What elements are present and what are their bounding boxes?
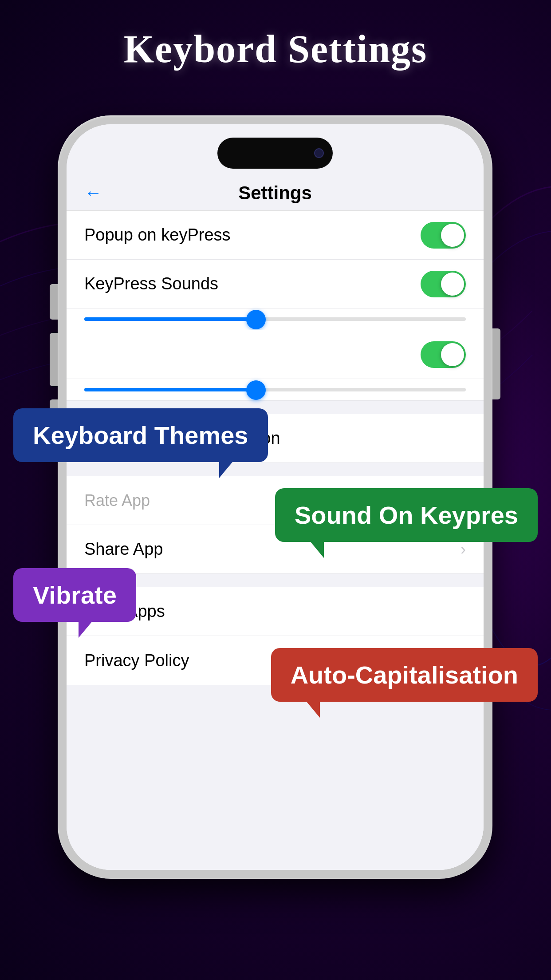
keypress-sounds-toggle[interactable] <box>421 271 466 297</box>
slider-row-1[interactable] <box>67 308 484 330</box>
dynamic-island <box>217 138 333 169</box>
popup-toggle-knob <box>441 224 464 247</box>
side-btn-power <box>492 328 500 399</box>
callout-sound-on-keypress: Sound On Keypres <box>275 488 538 542</box>
slider-thumb-2[interactable] <box>246 380 266 400</box>
slider-track-2 <box>84 388 466 391</box>
keypress-sounds-knob <box>441 273 464 296</box>
back-button[interactable]: ← <box>84 183 102 203</box>
keypress-sounds-label: KeyPress Sounds <box>84 274 421 293</box>
side-btn-vol-up <box>50 333 58 386</box>
popup-label: Popup on keyPress <box>84 225 421 245</box>
callout-vibrate: Vibrate <box>13 568 136 622</box>
callout-keyboard-themes: Keyboard Themes <box>13 408 268 462</box>
slider-row-2[interactable] <box>67 379 484 401</box>
slider-fill-2 <box>84 388 256 391</box>
settings-row-keypress-sounds[interactable]: KeyPress Sounds <box>67 260 484 308</box>
more-apps-label: More Apps <box>84 602 466 621</box>
page-title: Keybord Settings <box>0 27 551 71</box>
slider-thumb-1[interactable] <box>246 310 266 329</box>
side-btn-mute <box>50 284 58 320</box>
callout-auto-capitalisation: Auto-Capitalisation <box>271 648 538 702</box>
popup-toggle[interactable] <box>421 222 466 249</box>
slider-fill-1 <box>84 317 256 321</box>
nav-title: Settings <box>102 182 448 204</box>
camera-dot <box>314 148 324 158</box>
slider-track-1 <box>84 317 466 321</box>
nav-bar: ← Settings <box>67 175 484 211</box>
settings-row-popup[interactable]: Popup on keyPress <box>67 211 484 260</box>
share-label: Share App <box>84 540 460 559</box>
vibrate-toggle[interactable] <box>421 341 466 368</box>
vibrate-toggle-knob <box>441 343 464 366</box>
settings-row-vibrate[interactable] <box>67 330 484 379</box>
separator-2 <box>67 463 484 476</box>
share-chevron: › <box>460 540 466 559</box>
